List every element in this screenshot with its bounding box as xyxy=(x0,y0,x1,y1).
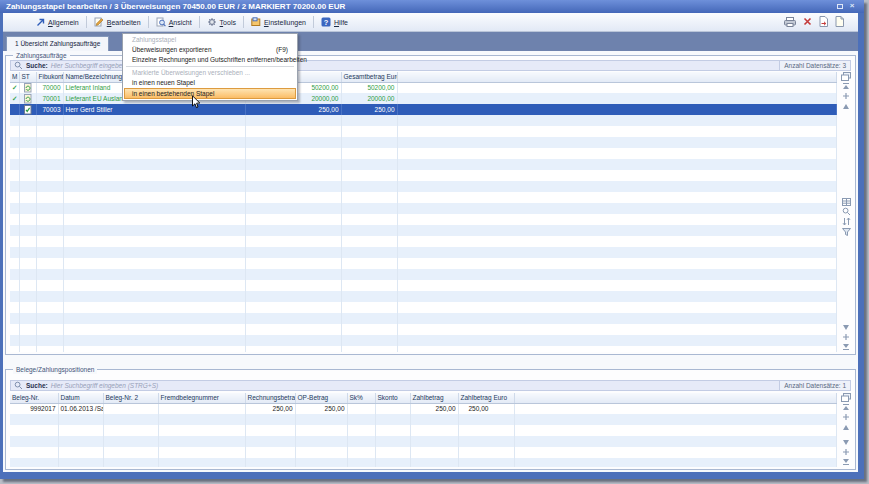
add-row-icon[interactable] xyxy=(841,412,852,422)
add-row-icon[interactable] xyxy=(841,91,852,101)
empty-row xyxy=(10,214,837,225)
col-op-betrag[interactable]: OP-Betrag xyxy=(295,393,347,403)
empty-row xyxy=(10,458,837,467)
empty-row xyxy=(10,302,837,313)
scroll-up-icon[interactable] xyxy=(841,422,852,432)
menu-item-in-neuen-stapel[interactable]: in einen neuen Stapel xyxy=(124,78,296,88)
menu-item-zahlungsstapel: Zahlungsstapel xyxy=(124,35,296,45)
col-fremdbelegnummer[interactable]: Fremdbelegnummer xyxy=(158,393,245,403)
empty-row xyxy=(10,247,837,258)
scroll-down-icon[interactable] xyxy=(841,322,852,332)
help-icon: ? xyxy=(321,17,331,27)
col-sk[interactable]: Sk% xyxy=(347,393,375,403)
empty-row xyxy=(10,414,837,425)
empty-row xyxy=(10,335,837,346)
empty-row xyxy=(10,324,837,335)
empty-row xyxy=(10,258,837,269)
record-count-badge: Anzahl Datensätze: 1 xyxy=(779,381,850,390)
arrow-up-right-icon xyxy=(36,18,45,27)
menu-hilfe[interactable]: ? Hilfe xyxy=(314,13,355,32)
col-datum[interactable]: Datum xyxy=(58,393,103,403)
status-icon xyxy=(22,83,34,93)
col-rechnungsbetrag[interactable]: Rechnungsbetrag xyxy=(245,393,295,403)
scroll-top-icon[interactable] xyxy=(841,81,852,91)
status-icon xyxy=(22,94,34,104)
empty-row xyxy=(10,313,837,324)
payments-grid-toolbar xyxy=(839,71,853,352)
col-zahlbetrag-euro[interactable]: Zahlbetrag Euro xyxy=(458,393,514,403)
search-label: Suche: xyxy=(26,62,48,69)
column-chooser-icon[interactable] xyxy=(841,71,852,81)
positions-groupbox: Belege/Zahlungspositionen Suche: Hier Su… xyxy=(5,369,856,470)
menu-item-markierte-verschieben: Markierte Überweisungen verschieben ... xyxy=(124,68,296,78)
empty-row xyxy=(10,280,837,291)
view-magnifier-icon xyxy=(156,17,166,27)
grid-view-icon[interactable] xyxy=(841,197,852,207)
empty-row xyxy=(10,291,837,302)
tab-uebersicht-zahlungsauftraege[interactable]: 1 Übersicht Zahlungsaufträge xyxy=(6,36,109,51)
scroll-bottom-icon[interactable] xyxy=(841,457,852,467)
menu-item-einzelne-rechnungen-bearbeiten[interactable]: Einzelne Rechnungen und Gutschriften ent… xyxy=(124,55,296,65)
positions-table: Beleg-Nr. Datum Beleg-Nr. 2 Fremdbelegnu… xyxy=(10,393,837,467)
positions-group-label: Belege/Zahlungspositionen xyxy=(13,366,97,374)
search-icon xyxy=(14,381,23,391)
status-check-icon xyxy=(22,105,34,115)
payment-row-selected[interactable]: 70003 Herr Gerd Stiller 250,00 250,00 xyxy=(10,104,837,115)
menu-ansicht[interactable]: Ansicht xyxy=(149,13,199,32)
col-filler xyxy=(514,393,837,403)
add-row-icon[interactable] xyxy=(841,332,852,342)
empty-row xyxy=(10,346,837,352)
menu-item-in-bestehenden-stapel[interactable]: in einen bestehenden Stapel xyxy=(124,88,296,99)
empty-row xyxy=(10,269,837,280)
search-label: Suche: xyxy=(26,382,48,389)
scroll-down-icon[interactable] xyxy=(841,437,852,447)
scroll-bottom-icon[interactable] xyxy=(841,342,852,352)
menu-allgemein[interactable]: Allgemein xyxy=(29,13,86,32)
col-st[interactable]: ST xyxy=(19,72,36,82)
sort-icon[interactable] xyxy=(841,217,852,227)
empty-row xyxy=(10,236,837,247)
document-export-icon[interactable] xyxy=(819,16,828,28)
col-beleg-nr[interactable]: Beleg-Nr. xyxy=(10,393,58,403)
positions-search-bar[interactable]: Suche: Hier Suchbegriff eingeben (STRG+S… xyxy=(10,380,851,391)
col-gesamtbetrag-euro[interactable]: Gesamtbetrag Euro xyxy=(341,72,397,82)
scroll-up-icon[interactable] xyxy=(841,101,852,111)
col-fibukonto[interactable]: Fibukonto xyxy=(36,72,63,82)
maximize-icon[interactable] xyxy=(835,2,845,11)
col-zahlbetrag[interactable]: Zahlbetrag xyxy=(410,393,458,403)
column-chooser-icon[interactable] xyxy=(841,392,852,402)
col-filler xyxy=(397,72,837,82)
filter-icon[interactable] xyxy=(841,227,852,237)
delete-icon[interactable] xyxy=(803,17,812,27)
col-m[interactable]: M xyxy=(10,72,19,82)
search-grid-icon[interactable] xyxy=(841,207,852,217)
menu-item-ueberweisungen-exportieren[interactable]: Überweisungen exportieren (F9) xyxy=(124,45,296,55)
menu-tools[interactable]: Tools xyxy=(200,13,243,32)
marked-check[interactable]: ✓ xyxy=(10,82,19,93)
position-row[interactable]: 9992017 01.06.2013 /Sa 250,00 250,00 250… xyxy=(10,403,837,414)
empty-row xyxy=(10,436,837,447)
payments-group-label: Zahlungsaufträge xyxy=(13,52,70,60)
edit-icon xyxy=(94,17,104,27)
col-skonto[interactable]: Skonto xyxy=(375,393,410,403)
document-new-icon[interactable] xyxy=(835,16,844,28)
positions-header-row: Beleg-Nr. Datum Beleg-Nr. 2 Fremdbelegnu… xyxy=(10,393,837,403)
positions-grid-toolbar xyxy=(839,392,853,467)
title-bar: Zahlungsstapel bearbeiten / 3 Überweisun… xyxy=(0,0,864,13)
marked-check[interactable]: ✓ xyxy=(10,93,19,104)
scroll-top-icon[interactable] xyxy=(841,402,852,412)
svg-text:?: ? xyxy=(324,18,329,27)
menu-bearbeiten[interactable]: Bearbeiten xyxy=(87,13,148,32)
empty-row xyxy=(10,148,837,159)
menu-einstellungen[interactable]: Einstellungen xyxy=(244,13,313,32)
content-area: Zahlungsaufträge Suche: Hier Suchbegriff… xyxy=(3,52,858,472)
empty-row xyxy=(10,425,837,436)
payments-table: M ST Fibukonto Name/Bezeichnung Gesamtbe… xyxy=(10,72,837,352)
col-beleg-nr2[interactable]: Beleg-Nr. 2 xyxy=(103,393,158,403)
search-input[interactable]: Hier Suchbegriff eingeben (STRG+S) xyxy=(51,382,158,389)
empty-row xyxy=(10,225,837,236)
add-row-icon[interactable] xyxy=(841,447,852,457)
print-icon[interactable] xyxy=(784,17,796,28)
close-icon[interactable]: × xyxy=(847,2,857,11)
empty-row xyxy=(10,447,837,458)
